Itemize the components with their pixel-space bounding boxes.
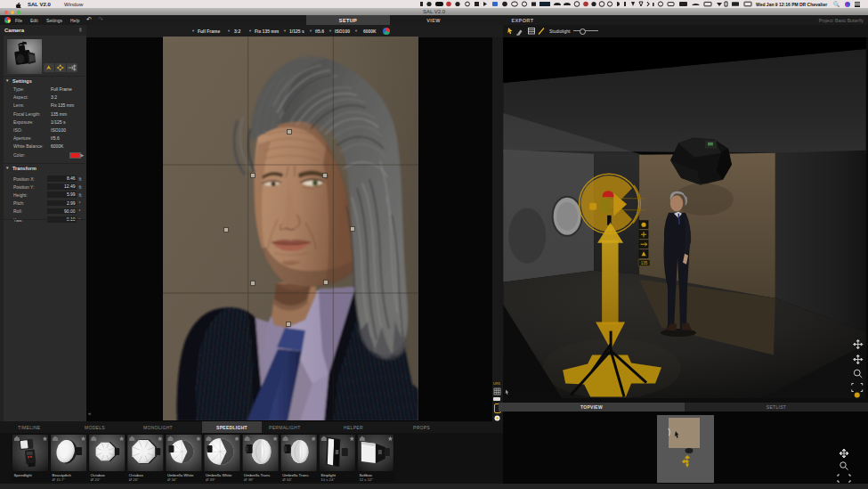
svg-text:Ø 26": Ø 26" xyxy=(129,477,139,481)
svg-text:Ø 20": Ø 20" xyxy=(91,477,101,481)
svg-text:10 x 24": 10 x 24" xyxy=(320,477,335,481)
svg-text:Ø 34": Ø 34" xyxy=(167,477,177,481)
svg-text:Ø 34": Ø 34" xyxy=(282,477,292,481)
svg-text:Ø 15.7": Ø 15.7" xyxy=(53,477,66,481)
svg-text:135: 135 xyxy=(641,261,648,265)
svg-text:Ø 39": Ø 39" xyxy=(244,477,254,481)
svg-text:Ø 39": Ø 39" xyxy=(206,477,215,481)
svg-text:12 x 12": 12 x 12" xyxy=(359,477,373,481)
svg-text:Speedlight: Speedlight xyxy=(14,472,33,477)
